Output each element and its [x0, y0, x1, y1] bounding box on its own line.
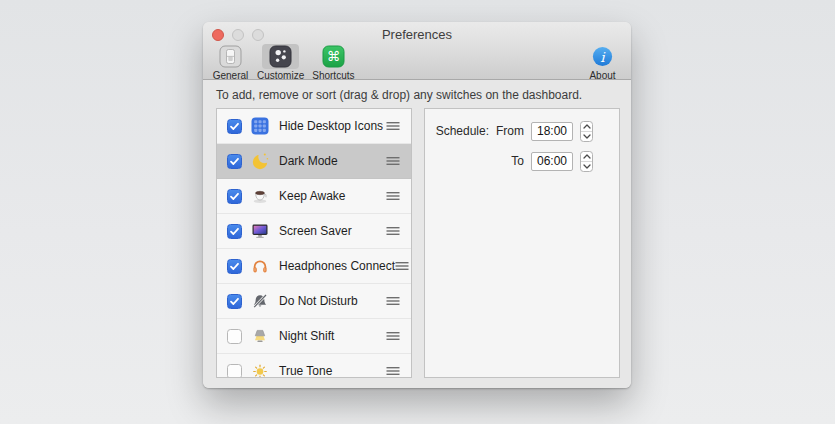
- traffic-lights: [212, 29, 264, 41]
- toolbar-item-about[interactable]: i About: [580, 44, 625, 81]
- titlebar[interactable]: Preferences: [203, 22, 631, 43]
- switch-checkbox[interactable]: [227, 154, 242, 169]
- bell-slash-icon: [251, 292, 269, 310]
- switch-label: Do Not Disturb: [279, 294, 386, 308]
- close-button[interactable]: [212, 29, 224, 41]
- switch-label: Hide Desktop Icons: [279, 119, 386, 133]
- switch-label: True Tone: [279, 364, 386, 378]
- switch-row-do-not-disturb[interactable]: Do Not Disturb: [217, 284, 411, 319]
- drag-handle-icon[interactable]: [386, 156, 400, 166]
- to-label: To: [511, 154, 524, 168]
- toolbar-label-customize: Customize: [257, 70, 304, 81]
- headphones-icon: [251, 257, 269, 275]
- lamp-icon: [251, 327, 269, 345]
- drag-handle-icon[interactable]: [386, 121, 400, 131]
- window-title: Preferences: [203, 22, 631, 42]
- preferences-window: Preferences General: [203, 22, 631, 388]
- switch-row-dark-mode[interactable]: Dark Mode: [217, 144, 411, 179]
- stepper-down-icon[interactable]: [581, 132, 592, 141]
- schedule-label: Schedule:: [436, 124, 489, 138]
- zoom-button[interactable]: [252, 29, 264, 41]
- switch-list-panel: Hide Desktop Icons Dark Mod: [216, 108, 412, 378]
- switch-checkbox[interactable]: [227, 189, 242, 204]
- stepper-up-icon[interactable]: [581, 152, 592, 162]
- from-stepper[interactable]: [580, 121, 593, 142]
- toolbar-label-general: General: [213, 70, 249, 81]
- switch-label: Headphones Connect: [279, 259, 395, 273]
- switch-row-night-shift[interactable]: Night Shift: [217, 319, 411, 354]
- drag-handle-icon[interactable]: [395, 261, 409, 271]
- svg-text:⌘: ⌘: [327, 48, 341, 64]
- drag-handle-icon[interactable]: [386, 296, 400, 306]
- drag-handle-icon[interactable]: [386, 191, 400, 201]
- switch-label: Dark Mode: [279, 154, 386, 168]
- to-stepper[interactable]: [580, 151, 593, 172]
- drag-handle-icon[interactable]: [386, 366, 400, 376]
- toolbar-item-customize[interactable]: Customize: [253, 44, 308, 81]
- switch-row-hide-desktop-icons[interactable]: Hide Desktop Icons: [217, 109, 411, 144]
- switch-row-screen-saver[interactable]: Screen Saver: [217, 214, 411, 249]
- sun-icon: [251, 362, 269, 378]
- switch-checkbox[interactable]: [227, 364, 242, 379]
- toolbar-item-shortcuts[interactable]: ⌘ Shortcuts: [308, 44, 358, 81]
- switch-checkbox[interactable]: [227, 294, 242, 309]
- from-label: From: [496, 124, 524, 138]
- drag-handle-icon[interactable]: [386, 331, 400, 341]
- drag-handle-icon[interactable]: [386, 226, 400, 236]
- switch-label: Keep Awake: [279, 189, 386, 203]
- to-time-input[interactable]: [531, 152, 573, 171]
- switch-checkbox[interactable]: [227, 259, 242, 274]
- schedule-from-row: Schedule: From: [425, 121, 593, 141]
- minimize-button[interactable]: [232, 29, 244, 41]
- switch-row-true-tone[interactable]: True Tone: [217, 354, 411, 378]
- switch-checkbox[interactable]: [227, 119, 242, 134]
- switch-checkbox[interactable]: [227, 224, 242, 239]
- switch-label: Screen Saver: [279, 224, 386, 238]
- desktop-grid-icon: [251, 117, 269, 135]
- stepper-down-icon[interactable]: [581, 162, 592, 171]
- window-chrome: Preferences General: [203, 22, 631, 80]
- schedule-panel: Schedule: From To: [424, 108, 620, 378]
- switch-checkbox[interactable]: [227, 329, 242, 344]
- coffee-cup-icon: [251, 187, 269, 205]
- shortcuts-command-icon: ⌘: [315, 44, 352, 69]
- toolbar-item-general[interactable]: General: [208, 44, 253, 81]
- hint-text: To add, remove or sort (drag & drop) any…: [216, 88, 631, 102]
- schedule-to-row: To: [425, 151, 593, 171]
- toolbar-label-about: About: [589, 70, 615, 81]
- info-icon: i: [584, 44, 621, 69]
- customize-dots-icon: [262, 44, 299, 69]
- from-time-input[interactable]: [531, 122, 573, 141]
- switch-row-headphones-connect[interactable]: Headphones Connect: [217, 249, 411, 284]
- moon-icon: [251, 152, 269, 170]
- switch-row-keep-awake[interactable]: Keep Awake: [217, 179, 411, 214]
- preferences-content: To add, remove or sort (drag & drop) any…: [203, 81, 631, 388]
- stepper-up-icon[interactable]: [581, 122, 592, 132]
- general-switch-icon: [212, 44, 249, 69]
- toolbar: General Customize: [203, 43, 631, 81]
- switch-label: Night Shift: [279, 329, 386, 343]
- monitor-icon: [251, 222, 269, 240]
- toolbar-label-shortcuts: Shortcuts: [312, 70, 354, 81]
